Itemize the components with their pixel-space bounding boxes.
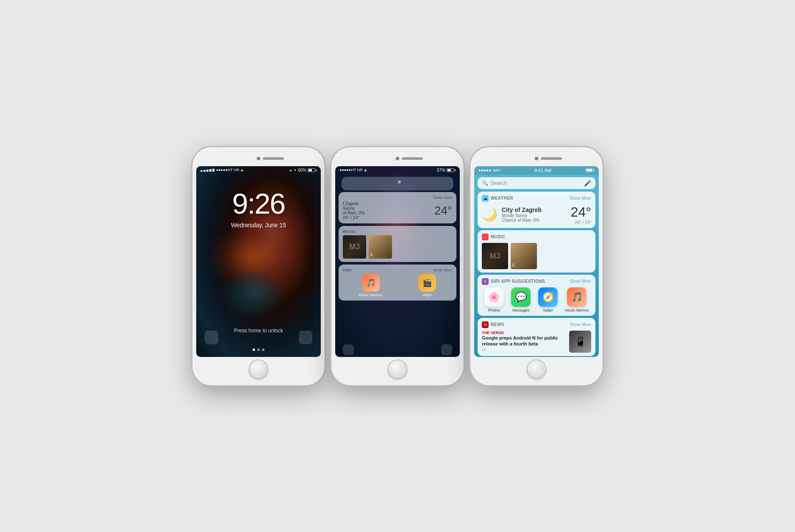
- vidyo-icon-2: 🎬: [418, 274, 436, 292]
- widgets-list: Show More f Zagreb Sunny of Rain: 0% 24°…: [335, 192, 460, 343]
- page-dot-1: [253, 348, 255, 351]
- messages-app-icon: 💬: [511, 287, 531, 307]
- flashlight-icon[interactable]: [205, 331, 218, 344]
- status-bar-2: ●●●●●HT HR ▲ 57%: [335, 166, 460, 174]
- news-widget-header-3: N NEWS Show More: [482, 321, 591, 328]
- news-source-3: The Verge: [482, 331, 566, 335]
- carrier-3: ●●●●● WiFi: [478, 168, 500, 173]
- news-widget-3: N NEWS Show More The Verge Google preps …: [478, 318, 595, 356]
- page-dot-2: [257, 348, 260, 351]
- photos-app-label: Photos: [488, 308, 500, 312]
- earpiece-2: [402, 157, 423, 160]
- siri-show-more-2[interactable]: Show More: [433, 268, 452, 272]
- weather-content-2: f Zagreb Sunny of Rain: 0% 24° / 14° 24°: [343, 201, 452, 220]
- weather-city-3: City of Zagreb: [502, 206, 567, 213]
- siri-header-2: ONS Show More: [343, 268, 452, 272]
- phone-1-top: [196, 153, 321, 164]
- lock-date-display: Wednesday, June 15: [231, 222, 286, 228]
- front-camera-icon: [257, 157, 260, 160]
- search-placeholder-3: Search: [491, 180, 581, 186]
- news-headline-3[interactable]: Google preps Android N for public releas…: [482, 335, 566, 347]
- moon-icon-3: 🌙: [482, 207, 498, 222]
- siri-app-vidyo-2[interactable]: 🎬 vidyo: [418, 274, 436, 297]
- search-bar-3[interactable]: 🔍 Search 🎤: [478, 177, 595, 189]
- siri-title-2: ONS: [343, 268, 352, 272]
- siri-app-music-memos-2[interactable]: 🎵 Music Memos: [359, 274, 383, 297]
- weather-temp-area-3: 24° 24° / 14°: [571, 204, 591, 225]
- location-icon: ▲: [289, 168, 292, 172]
- phone-3-screen: ●●●●● WiFi 9:41 AM 🔍 Search 🎤: [474, 166, 599, 357]
- phone-3: ●●●●● WiFi 9:41 AM 🔍 Search 🎤: [471, 148, 602, 385]
- siri-widget-header-3: S SIRI APP SUGGESTIONS Show More: [482, 278, 591, 285]
- carrier-2: ●●●●●HT HR ▲: [339, 168, 367, 172]
- page-dot-3: [262, 348, 264, 351]
- phone2-right-icon[interactable]: [441, 344, 452, 355]
- weather-widget-icon-3: ☁: [482, 195, 489, 202]
- status-right-1: ▲ ✦ 60%: [289, 168, 317, 173]
- weather-widget-3: ☁ WEATHER Show More 🌙 City of Zagreb Mos…: [478, 192, 595, 228]
- weather-range-2: 24° / 14°: [343, 215, 365, 220]
- weather-high-3: 24°: [575, 220, 581, 225]
- messages-app-label: Messages: [512, 308, 530, 312]
- weather-low-3: 14°: [585, 220, 591, 225]
- wifi-3: WiFi: [492, 168, 500, 173]
- weather-condition-3: Mostly Sunny: [502, 213, 567, 218]
- album-mj-2[interactable]: [343, 235, 366, 259]
- home-button-1[interactable]: [249, 359, 268, 379]
- home-button-2[interactable]: [388, 359, 407, 379]
- news-phone-image: [569, 331, 591, 353]
- carrier-label: ●●●●●HT HR: [216, 168, 239, 172]
- weather-widget-2: Show More f Zagreb Sunny of Rain: 0% 24°…: [339, 192, 456, 223]
- siri-widget-2: ONS Show More 🎵 Music Memos 🎬: [339, 265, 456, 301]
- album-alejandro-2[interactable]: [369, 235, 392, 259]
- siri-safari-app[interactable]: 🧭 Safari: [538, 287, 558, 312]
- siri-mic-icon[interactable]: 🎤: [393, 179, 402, 188]
- camera-icon[interactable]: [299, 331, 312, 344]
- siri-search-bar[interactable]: 🎤: [342, 177, 454, 190]
- phone2-bottom-row: [335, 343, 460, 357]
- bluetooth-icon: ✦: [294, 168, 297, 172]
- status-left-1: ●●●●●HT HR ▲: [200, 168, 244, 172]
- signal-3: ●●●●●: [478, 168, 491, 173]
- siri-photos-app[interactable]: 🌸 Photos: [484, 287, 504, 312]
- phone-2-top: [335, 153, 460, 164]
- siri-widget-3: S SIRI APP SUGGESTIONS Show More 🌸 Photo…: [478, 275, 595, 316]
- music-widget-header-3: ♪ MUSIC: [482, 234, 591, 240]
- status-right-2: 57%: [437, 168, 456, 173]
- album-alejandro-today[interactable]: [511, 243, 537, 269]
- battery-icon-1: [308, 168, 317, 172]
- siri-music-memos-app[interactable]: 🎵 Music Memos: [565, 287, 589, 312]
- siri-show-more-3[interactable]: Show More: [570, 279, 591, 284]
- weather-show-more-2[interactable]: Show More: [433, 195, 452, 200]
- weather-show-more-3[interactable]: Show More: [570, 196, 591, 201]
- music-widget-2: MUSIC: [339, 226, 456, 262]
- search-icon-3: 🔍: [482, 180, 488, 186]
- weather-header-2: Show More: [343, 195, 452, 200]
- music-widget-3: ♪ MUSIC: [478, 230, 595, 273]
- status-left-2: ●●●●●HT HR ▲: [339, 168, 367, 172]
- music-title-2: MUSIC: [343, 229, 356, 234]
- phone2-left-icon[interactable]: [343, 344, 354, 355]
- news-show-more-3[interactable]: Show More: [570, 322, 591, 327]
- weather-widget-header-3: ☁ WEATHER Show More: [482, 195, 591, 202]
- siri-widget-icon-3: S: [482, 278, 489, 285]
- siri-apps-2: 🎵 Music Memos 🎬 vidyo: [343, 274, 452, 297]
- vidyo-label-2: vidyo: [423, 293, 431, 297]
- music-memos-icon-2: 🎵: [362, 274, 380, 292]
- safari-app-icon: 🧭: [538, 287, 558, 307]
- home-button-3[interactable]: [527, 359, 546, 379]
- weather-details-3: City of Zagreb Mostly Sunny Chance of Ra…: [502, 206, 567, 223]
- wifi-icon: ▲: [240, 168, 244, 172]
- album-mj-today[interactable]: [482, 243, 508, 269]
- phone-3-bottom: [474, 357, 599, 382]
- search-mic-icon[interactable]: 🎤: [584, 180, 591, 187]
- lockscreen-wallpaper: ●●●●●HT HR ▲ ▲ ✦ 60% 9:26 Wednesday, Jun…: [196, 166, 321, 357]
- news-thumbnail-3: [569, 331, 591, 353]
- news-section-title-3: NEWS: [491, 322, 567, 327]
- news-widget-icon-3: N: [482, 321, 489, 328]
- siri-messages-app[interactable]: 💬 Messages: [511, 287, 531, 312]
- phone-1-bottom: [196, 357, 321, 382]
- front-camera-3: [535, 157, 538, 160]
- phone-2: ●●●●●HT HR ▲ 57% 🎤: [332, 148, 463, 385]
- today-view-bg: ●●●●● WiFi 9:41 AM 🔍 Search 🎤: [474, 166, 599, 357]
